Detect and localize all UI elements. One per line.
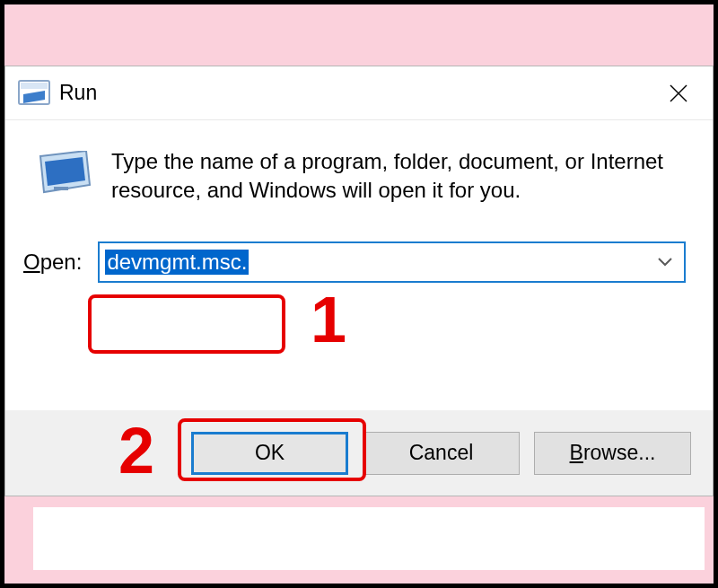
annotation-box-1 [88,294,285,354]
open-input-value: devmgmt.msc. [105,250,249,275]
titlebar: Run [5,66,713,120]
browse-button[interactable]: Browse... [534,432,691,475]
svg-rect-1 [21,83,48,89]
run-app-icon [18,78,50,109]
annotation-number-1: 1 [311,287,346,352]
chevron-down-icon [657,257,673,268]
cancel-button[interactable]: Cancel [363,432,520,475]
description-row: Type the name of a program, folder, docu… [32,147,686,206]
open-label: Open: [23,250,82,275]
dialog-body: Type the name of a program, folder, docu… [5,120,713,283]
open-row: Open: devmgmt.msc. [23,241,686,283]
run-dialog: Run Type the name of a program, folder, … [4,66,714,496]
ok-button[interactable]: OK [191,432,348,475]
window-title: Run [59,81,652,105]
background-strip [33,507,705,570]
button-bar: OK Cancel Browse... [5,410,713,496]
description-text: Type the name of a program, folder, docu… [111,147,686,206]
open-combobox[interactable]: devmgmt.msc. [98,241,686,283]
run-large-icon [36,151,92,197]
close-icon [669,83,688,103]
svg-rect-7 [54,187,68,190]
close-button[interactable] [652,71,705,116]
